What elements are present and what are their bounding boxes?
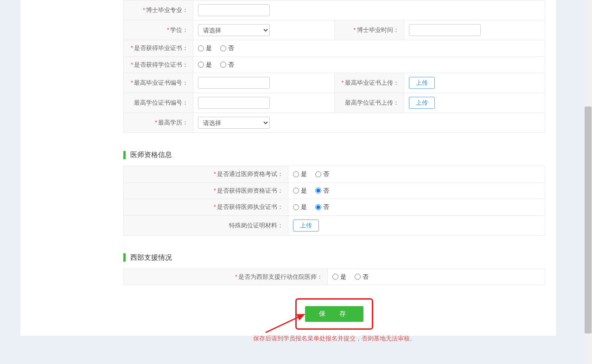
radio-practice-cert-no[interactable]: 否 [315, 203, 329, 211]
physician-table: *是否通过医师资格考试： 是 否 *是否获得医师资格证书： 是 否 [123, 166, 545, 236]
table-row: 特殊岗位证明材料： 上传 [124, 215, 545, 235]
label-top-education: *最高学历： [124, 113, 193, 133]
upload-top-grad-cert-button[interactable]: 上传 [409, 77, 435, 89]
cell-special-post: 上传 [288, 215, 545, 235]
table-row: *是否获得医师资格证书： 是 否 [124, 182, 545, 199]
education-table: *博士毕业专业： *学位： 请选择 *博士毕业时间： [123, 0, 545, 133]
cell-has-grad-cert: 是 否 [193, 40, 545, 57]
section-physician-title: 医师资格信息 [130, 151, 172, 159]
radio-degree-cert-no[interactable]: 否 [220, 61, 234, 69]
page-root: *博士毕业专业： *学位： 请选择 *博士毕业时间： [0, 0, 592, 364]
upload-top-degree-cert-button[interactable]: 上传 [409, 97, 435, 109]
upload-special-post-button[interactable]: 上传 [293, 220, 319, 232]
cell-phd-major [193, 0, 545, 20]
top-grad-cert-no-input[interactable] [198, 77, 270, 89]
section-bar-icon [123, 151, 126, 159]
label-has-qual-cert: *是否获得医师资格证书： [124, 182, 288, 199]
radio-qual-cert-no[interactable]: 否 [315, 187, 329, 195]
label-top-grad-cert-no: *最高毕业证书编号： [124, 73, 193, 93]
main-panel: *博士毕业专业： *学位： 请选择 *博士毕业时间： [20, 0, 556, 336]
cell-has-qual-cert: 是 否 [288, 182, 545, 199]
label-is-west-support: *是否为西部支援行动住院医师： [124, 269, 328, 285]
label-phd-grad-time: *博士毕业时间： [334, 20, 404, 40]
label-has-degree-cert: *是否获得学位证书： [124, 56, 193, 73]
label-degree: *学位： [124, 20, 193, 40]
label-has-practice-cert: *是否获得医师执业证书： [124, 199, 288, 216]
cell-phd-grad-time [404, 20, 545, 40]
cell-is-west-support: 是 否 [328, 269, 545, 285]
cell-top-degree-cert-no [193, 93, 335, 113]
radio-pass-exam-no[interactable]: 否 [315, 170, 329, 178]
label-top-degree-cert-upload: 最高学位证书上传： [334, 93, 404, 113]
degree-select[interactable]: 请选择 [198, 24, 270, 36]
top-education-select[interactable]: 请选择 [198, 117, 270, 129]
table-row: *是否通过医师资格考试： 是 否 [124, 166, 545, 183]
cell-top-education: 请选择 [193, 113, 545, 133]
radio-pass-exam-yes[interactable]: 是 [293, 170, 307, 178]
radio-practice-cert-yes[interactable]: 是 [293, 203, 307, 211]
radio-degree-cert-yes[interactable]: 是 [198, 61, 212, 69]
radio-grad-cert-yes[interactable]: 是 [198, 44, 212, 52]
table-row: *是否获得毕业证书： 是 否 [124, 40, 545, 57]
save-button[interactable]: 保 存 [305, 306, 363, 322]
radio-qual-cert-yes[interactable]: 是 [293, 187, 307, 195]
scrollbar-track[interactable] [584, 0, 592, 364]
cell-top-grad-cert-no [193, 73, 335, 93]
section-west-title: 西部支援情况 [130, 253, 172, 262]
label-top-degree-cert-no: 最高学位证书编号： [124, 93, 193, 113]
label-special-post: 特殊岗位证明材料： [124, 215, 288, 235]
cell-has-practice-cert: 是 否 [288, 199, 545, 216]
cell-degree: 请选择 [193, 20, 335, 40]
cell-pass-exam: 是 否 [288, 166, 545, 183]
form-area: *博士毕业专业： *学位： 请选择 *博士毕业时间： [123, 0, 545, 343]
label-top-grad-cert-upload: *最高毕业证书上传： [334, 73, 404, 93]
section-physician-header: 医师资格信息 [123, 151, 545, 159]
table-row: *是否获得学位证书： 是 否 [124, 56, 545, 73]
table-row: *是否获得医师执业证书： 是 否 [124, 199, 545, 216]
save-highlight-box: 保 存 [295, 298, 373, 330]
table-row: *最高学历： 请选择 [124, 113, 545, 133]
phd-grad-time-input[interactable] [409, 24, 481, 36]
top-degree-cert-no-input[interactable] [198, 97, 270, 109]
radio-grad-cert-no[interactable]: 否 [220, 44, 234, 52]
table-row: *是否为西部支援行动住院医师： 是 否 [124, 269, 545, 285]
label-pass-exam: *是否通过医师资格考试： [124, 166, 288, 183]
cell-top-degree-cert-upload: 上传 [404, 93, 545, 113]
table-row: *最高毕业证书编号： *最高毕业证书上传： 上传 [124, 73, 545, 93]
table-row: *学位： 请选择 *博士毕业时间： [124, 20, 545, 40]
table-row: 最高学位证书编号： 最高学位证书上传： 上传 [124, 93, 545, 113]
save-area: 保 存 保存后请到学员报名菜单处报名并提交，否则基地无法审核。 [123, 298, 545, 343]
phd-major-input[interactable] [198, 4, 270, 16]
label-phd-major: *博士毕业专业： [124, 0, 193, 20]
cell-top-grad-cert-upload: 上传 [404, 73, 545, 93]
section-bar-icon [123, 253, 126, 262]
radio-west-no[interactable]: 否 [355, 273, 369, 281]
scrollbar-thumb[interactable] [585, 107, 592, 333]
section-west-header: 西部支援情况 [123, 253, 545, 262]
radio-west-yes[interactable]: 是 [332, 273, 346, 281]
west-table: *是否为西部支援行动住院医师： 是 否 [123, 269, 545, 286]
table-row: *博士毕业专业： [124, 0, 545, 20]
label-has-grad-cert: *是否获得毕业证书： [124, 40, 193, 57]
cell-has-degree-cert: 是 否 [193, 56, 545, 73]
save-note: 保存后请到学员报名菜单处报名并提交，否则基地无法审核。 [123, 334, 545, 343]
